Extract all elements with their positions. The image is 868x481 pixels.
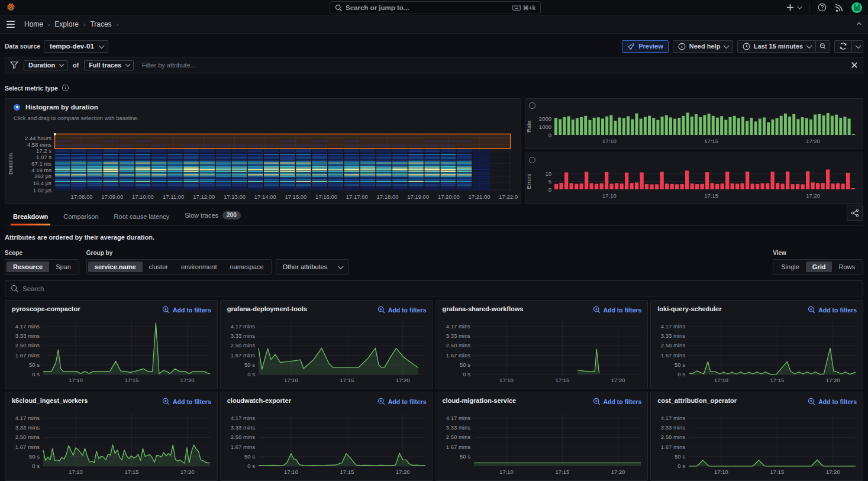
service-duration-chart[interactable]: 4.17 mins3.33 mins2.50 mins1.67 mins50 s…: [651, 301, 863, 389]
add-to-filters-button[interactable]: Add to filters: [162, 306, 211, 314]
add-to-filters-label: Add to filters: [173, 398, 211, 405]
groupby-option-namespace[interactable]: namespace: [224, 262, 270, 272]
bar: [597, 117, 600, 135]
need-help-button[interactable]: Need help: [673, 40, 733, 53]
attribute-search-input[interactable]: Search: [5, 280, 863, 296]
trace-type-select[interactable]: Full traces: [84, 60, 134, 70]
menu-toggle-button[interactable]: [7, 21, 15, 28]
heatmap-cell: [103, 162, 118, 163]
add-new-button[interactable]: [786, 4, 801, 11]
service-duration-chart[interactable]: 4.17 mins3.33 mins2.50 mins1.67 mins50 s…: [436, 392, 648, 480]
heatmap-cell: [457, 152, 472, 153]
time-range-picker[interactable]: Last 15 minutes: [737, 40, 816, 53]
help-button[interactable]: [818, 3, 827, 12]
clear-filters-button[interactable]: [851, 62, 858, 69]
service-duration-chart[interactable]: 4.17 mins3.33 mins2.50 mins1.67 mins50 s…: [5, 392, 217, 480]
heatmap-cell: [120, 150, 135, 151]
heatmap-cell: [376, 166, 392, 167]
attribute-filter-input[interactable]: Filter by attribute...: [142, 62, 846, 69]
service-panel-cloudwatch-exporter[interactable]: cloudwatch-exporter Add to filters 4.17 …: [220, 392, 433, 481]
tab-slow-traces[interactable]: Slow traces200: [183, 212, 242, 225]
bar: [721, 183, 724, 189]
tab-breakdown[interactable]: Breakdown: [12, 213, 49, 225]
add-to-filters-button[interactable]: Add to filters: [808, 306, 857, 314]
radio-unselected-icon[interactable]: [529, 102, 535, 109]
zoom-out-button[interactable]: [816, 40, 830, 53]
grafana-logo-icon[interactable]: [6, 2, 16, 12]
refresh-icon: [839, 42, 847, 50]
service-duration-chart[interactable]: 4.17 mins3.33 mins2.50 mins1.67 mins50 s…: [436, 301, 648, 389]
datasource-select[interactable]: tempo-dev-01: [44, 40, 108, 53]
heatmap-cell: [473, 153, 490, 154]
metric-function-select[interactable]: Duration: [24, 60, 67, 70]
view-option-rows[interactable]: Rows: [832, 262, 861, 272]
heatmap-cell: [280, 152, 295, 153]
heatmap-cell: [344, 173, 360, 174]
service-panel-cloud-migration-service[interactable]: cloud-migration-service Add to filters 4…: [435, 392, 648, 481]
radio-unselected-icon[interactable]: [529, 157, 535, 163]
service-panel-pyroscope-compactor[interactable]: pyroscope-compactor Add to filters 4.17 …: [5, 300, 218, 389]
user-avatar[interactable]: [851, 2, 862, 13]
heatmap-cell: [71, 173, 86, 174]
axis-tick-label: 1.67 mins: [661, 352, 685, 359]
info-circle-icon[interactable]: [62, 84, 69, 92]
histogram-panel[interactable]: Histogram by duration Click and drag to …: [5, 98, 521, 204]
service-panel-grafana-shared-workflows[interactable]: grafana-shared-workflows Add to filters …: [435, 300, 648, 389]
view-option-grid[interactable]: Grid: [806, 262, 832, 272]
radio-selected-icon[interactable]: [14, 104, 20, 111]
groupby-option-cluster[interactable]: cluster: [143, 262, 175, 272]
service-panel-grafana-deployment-tools[interactable]: grafana-deployment-tools Add to filters …: [220, 300, 433, 389]
service-panel-k6cloud_ingest_workers[interactable]: k6cloud_ingest_workers Add to filters 4.…: [5, 392, 218, 481]
breadcrumb-explore[interactable]: Explore: [54, 20, 79, 28]
news-button[interactable]: [835, 4, 843, 12]
heatmap-cell: [296, 189, 311, 191]
heatmap-cell: [216, 174, 231, 175]
add-to-filters-button[interactable]: Add to filters: [377, 398, 427, 405]
collapse-section-button[interactable]: [856, 20, 863, 28]
service-duration-chart[interactable]: 4.17 mins3.33 mins2.50 mins1.67 mins50 s…: [651, 392, 863, 480]
rate-panel[interactable]: 20001000017:1017:1517:20Rate: [525, 98, 863, 149]
tab-label: Slow traces: [185, 212, 218, 219]
axis-tick-label: 17:15: [340, 377, 354, 383]
errors-panel[interactable]: 105017:1017:1517:20Errors: [525, 153, 863, 204]
bar: [763, 117, 766, 135]
heatmap-cell: [408, 169, 424, 170]
groupby-option-environment[interactable]: environment: [175, 262, 224, 272]
add-to-filters-button[interactable]: Add to filters: [808, 398, 857, 405]
add-to-filters-button[interactable]: Add to filters: [593, 306, 642, 314]
add-to-filters-button[interactable]: Add to filters: [593, 398, 642, 405]
share-button[interactable]: [847, 205, 863, 221]
tab-comparison[interactable]: Comparison: [62, 213, 99, 225]
preview-button[interactable]: Preview: [622, 40, 669, 53]
view-option-single[interactable]: Single: [775, 262, 806, 272]
rate-bar-chart[interactable]: 20001000017:1017:1517:20Rate: [525, 99, 863, 149]
global-search-input[interactable]: Search or jump to... ⌘+k: [330, 1, 541, 14]
heatmap-cell: [103, 176, 118, 177]
other-attributes-select[interactable]: Other attributes: [276, 259, 348, 275]
add-to-filters-button[interactable]: Add to filters: [162, 398, 211, 405]
service-panel-cost_attribution_operator[interactable]: cost_attribution_operator Add to filters…: [650, 392, 863, 481]
breadcrumb-traces[interactable]: Traces: [90, 20, 111, 28]
scope-option-resource[interactable]: Resource: [7, 262, 49, 272]
service-panel-loki-query-scheduler[interactable]: loki-query-scheduler Add to filters 4.17…: [650, 300, 863, 389]
heatmap-cell: [280, 171, 295, 172]
heatmap-cell: [216, 162, 231, 163]
refresh-button[interactable]: [834, 40, 852, 53]
service-duration-chart[interactable]: 4.17 mins3.33 mins2.50 mins1.67 mins50 s…: [221, 301, 433, 389]
service-duration-chart[interactable]: 4.17 mins3.33 mins2.50 mins1.67 mins50 s…: [5, 301, 217, 389]
scope-option-span[interactable]: Span: [49, 262, 78, 272]
heatmap-cell: [103, 157, 118, 159]
tab-root-cause-latency[interactable]: Root cause latency: [113, 213, 171, 225]
service-duration-chart[interactable]: 4.17 mins3.33 mins2.50 mins1.67 mins50 s…: [221, 392, 433, 480]
add-to-filters-button[interactable]: Add to filters: [377, 306, 427, 314]
heatmap-cell: [376, 154, 392, 155]
heatmap-cell: [120, 169, 135, 170]
heatmap-cell: [344, 174, 360, 175]
axis-tick-label: 2.50 mins: [231, 342, 255, 348]
bar: [801, 117, 804, 135]
groupby-option-service-name[interactable]: service.name: [88, 262, 143, 272]
refresh-interval-dropdown[interactable]: [852, 40, 864, 53]
heatmap-cell: [71, 177, 86, 179]
errors-bar-chart[interactable]: 105017:1017:1517:20Errors: [525, 153, 863, 204]
breadcrumb-home[interactable]: Home: [24, 20, 43, 28]
